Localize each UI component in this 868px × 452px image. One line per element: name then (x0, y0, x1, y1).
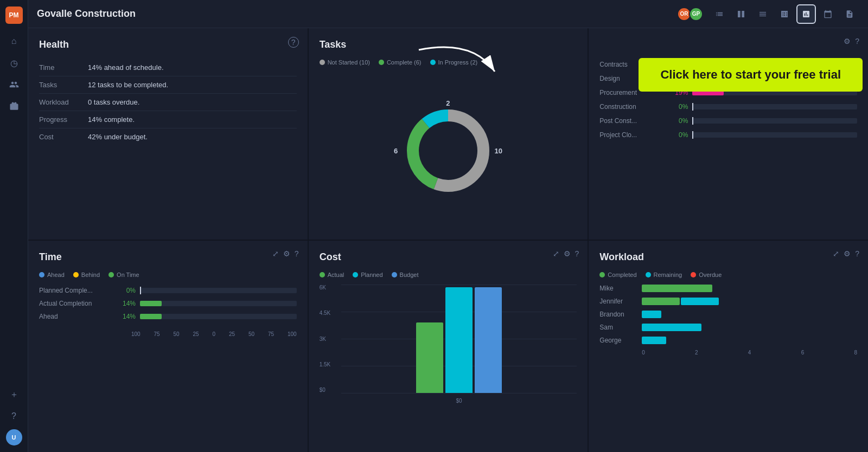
planned-dot (353, 272, 358, 277)
complete-dot (379, 60, 384, 65)
settings-icon[interactable]: ⚙ (283, 249, 290, 258)
sidebar-item-add[interactable]: ＋ (5, 386, 23, 403)
legend-in-progress: In Progress (2) (430, 59, 478, 66)
time-row-ahead: Ahead 14% (39, 313, 297, 320)
cost-bar-group (416, 287, 502, 393)
tick-planned (140, 287, 141, 294)
time-fill-actual (140, 301, 162, 306)
health-help-icon[interactable]: ? (288, 37, 299, 48)
legend-completed: Completed (599, 272, 636, 278)
budget-bar (475, 287, 502, 393)
complete-label: Complete (6) (387, 59, 422, 66)
legend-not-started: Not Started (10) (320, 59, 370, 66)
expand-icon[interactable]: ⤢ (833, 249, 839, 258)
time-track-ahead (140, 314, 297, 319)
progress-pct-construction: 0% (663, 103, 688, 111)
progress-track-post-const (692, 118, 857, 124)
free-trial-banner[interactable]: Click here to start your free trial (639, 58, 863, 92)
tick-project-clo (692, 131, 693, 139)
x-0: 0 (213, 331, 216, 337)
x-100: 100 (131, 331, 141, 337)
health-value-cost: 42% under budget. (88, 133, 148, 141)
wx-6: 6 (801, 350, 805, 356)
cost-chart: 6K 4.5K 3K 1.5K $0 (320, 285, 577, 404)
legend-actual: Actual (320, 272, 344, 278)
columns-view-button[interactable] (731, 4, 751, 24)
jennifer-completed-bar (642, 298, 680, 305)
health-label-workload: Workload (39, 98, 88, 106)
overdue-dot (691, 272, 696, 277)
sidebar-item-people[interactable] (5, 76, 23, 93)
workload-bars-jennifer (642, 298, 857, 305)
time-legend: Ahead Behind On Time (39, 272, 297, 278)
settings-icon[interactable]: ⚙ (844, 249, 851, 258)
cost-legend: Actual Planned Budget (320, 272, 577, 278)
workload-legend: Completed Remaining Overdue (599, 272, 857, 278)
tasks-right-icons: ⚙ ? (844, 37, 859, 46)
x-75r: 75 (268, 331, 274, 337)
tick-construction (692, 103, 693, 111)
progress-track-construction (692, 104, 857, 109)
settings-icon[interactable]: ⚙ (564, 249, 571, 258)
workload-bars-sam (642, 324, 857, 331)
help-icon[interactable]: ? (855, 37, 859, 46)
sidebar-item-help[interactable]: ? (5, 408, 23, 425)
avatar-gp[interactable]: GP (689, 7, 703, 21)
sidebar-item-portfolio[interactable] (5, 98, 23, 115)
completed-dot (599, 272, 605, 277)
x-50r: 50 (248, 331, 254, 337)
list-view-button[interactable] (710, 4, 729, 24)
settings-icon[interactable]: ⚙ (844, 37, 851, 46)
user-avatars: OR GP (679, 7, 703, 21)
page-title: Govalle Construction (37, 8, 673, 20)
help-icon[interactable]: ? (855, 249, 859, 258)
sidebar: PM ⌂ ◷ ＋ ? U (0, 0, 28, 452)
menu-view-button[interactable] (753, 4, 773, 24)
sidebar-item-time[interactable]: ◷ (5, 54, 23, 72)
tasks-title: Tasks (320, 39, 577, 50)
x-label-text: $0 (456, 398, 462, 404)
health-label-progress: Progress (39, 115, 88, 124)
user-avatar[interactable]: U (6, 429, 22, 445)
health-row-progress: Progress 14% complete. (39, 111, 297, 128)
behind-label: Behind (81, 272, 100, 278)
workload-row-sam: Sam (599, 324, 857, 331)
workload-row-george: George (599, 337, 857, 344)
legend-behind: Behind (73, 272, 100, 278)
dashboard: Click here to start your free trial Heal… (28, 28, 868, 452)
sidebar-item-home[interactable]: ⌂ (5, 33, 23, 50)
health-value-time: 14% ahead of schedule. (88, 63, 164, 72)
health-label-cost: Cost (39, 133, 88, 141)
expand-icon[interactable]: ⤢ (553, 249, 559, 258)
health-row-tasks: Tasks 12 tasks to be completed. (39, 76, 297, 94)
on-time-label: On Time (117, 272, 139, 278)
time-fill-ahead (140, 314, 162, 319)
brandon-remaining-bar (642, 311, 661, 318)
time-row-actual: Actual Completion 14% (39, 300, 297, 307)
progress-row-construction: Construction 0% (599, 103, 857, 111)
calendar-view-button[interactable] (818, 4, 838, 24)
y-15k: 1.5K (320, 361, 339, 367)
expand-icon[interactable]: ⤢ (272, 249, 279, 258)
cost-title: Cost (320, 251, 577, 263)
time-bars: Planned Comple... 0% Actual Completion 1… (39, 287, 297, 320)
progress-row-project-clo: Project Clo... 0% (599, 131, 857, 139)
help-icon[interactable]: ? (575, 249, 579, 258)
cost-bars-area (341, 285, 577, 393)
health-table: Time 14% ahead of schedule. Tasks 12 tas… (39, 59, 297, 145)
workload-name-mike: Mike (599, 285, 637, 292)
planned-label: Planned (361, 272, 382, 278)
chart-view-button[interactable] (796, 4, 816, 24)
time-track-actual (140, 301, 297, 306)
app-logo[interactable]: PM (5, 7, 23, 24)
table-view-button[interactable] (775, 4, 794, 24)
workload-name-brandon: Brandon (599, 311, 637, 318)
help-icon[interactable]: ? (295, 249, 299, 258)
workload-row-jennifer: Jennifer (599, 298, 857, 305)
health-row-workload: Workload 0 tasks overdue. (39, 94, 297, 111)
legend-ahead: Ahead (39, 272, 65, 278)
legend-complete: Complete (6) (379, 59, 422, 66)
doc-view-button[interactable] (840, 4, 859, 24)
progress-label-construction: Construction (599, 103, 659, 111)
budget-dot (392, 272, 397, 277)
